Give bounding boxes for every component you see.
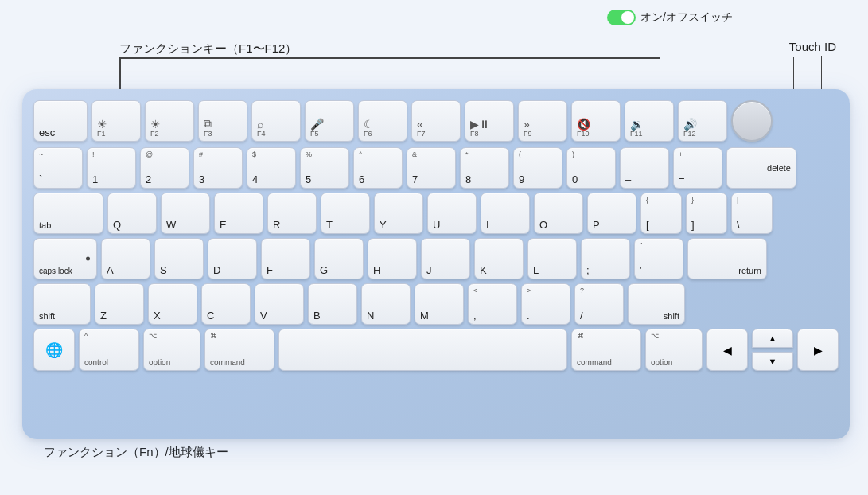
key-arrow-up[interactable]: ▲ <box>752 329 793 348</box>
key-5[interactable]: % 5 <box>300 147 349 189</box>
key-m[interactable]: M <box>415 283 464 325</box>
key-p[interactable]: P <box>587 193 636 234</box>
key-period[interactable]: > . <box>521 283 570 325</box>
key-2[interactable]: @ 2 <box>140 147 189 189</box>
function-keys-label: ファンクションキー（F1〜F12） <box>119 41 297 57</box>
key-7[interactable]: & 7 <box>407 147 456 189</box>
key-space[interactable] <box>278 329 567 371</box>
key-w[interactable]: W <box>161 193 210 234</box>
key-equals[interactable]: + = <box>673 147 722 189</box>
key-f4[interactable]: ⌕ F4 <box>251 100 301 142</box>
key-f2[interactable]: ☀ F2 <box>145 100 194 142</box>
key-n[interactable]: N <box>361 283 411 325</box>
key-j[interactable]: J <box>421 238 470 279</box>
key-comma[interactable]: < , <box>468 283 517 325</box>
key-touchid[interactable] <box>731 100 773 142</box>
power-toggle[interactable] <box>607 10 636 25</box>
key-b[interactable]: B <box>308 283 357 325</box>
key-8[interactable]: * 8 <box>460 147 509 189</box>
key-f12[interactable]: 🔊 F12 <box>678 100 727 142</box>
key-s[interactable]: S <box>154 238 204 279</box>
key-q[interactable]: Q <box>107 193 157 234</box>
touchid-label: Touch ID <box>789 40 836 53</box>
key-return[interactable]: return <box>687 238 767 279</box>
key-g[interactable]: G <box>314 238 364 279</box>
key-x[interactable]: X <box>148 283 197 325</box>
key-v[interactable]: V <box>255 283 304 325</box>
key-h[interactable]: H <box>368 238 417 279</box>
key-option-right[interactable]: ⌥ option <box>645 329 703 371</box>
key-a[interactable]: A <box>101 238 150 279</box>
space-row: 🌐 ^ control ⌥ option ⌘ command ⌘ command… <box>33 329 839 371</box>
toggle-switch-container: オン/オフスイッチ <box>607 10 733 25</box>
key-l[interactable]: L <box>527 238 577 279</box>
key-shift-left[interactable]: shift <box>33 283 91 325</box>
globe-key-label: ファンクション（Fn）/地球儀キー <box>44 445 228 460</box>
key-command-right[interactable]: ⌘ command <box>571 329 641 371</box>
top-alpha-row: tab Q W E R T Y U I O P { [ } ] | \ <box>33 193 839 234</box>
toggle-label: オン/オフスイッチ <box>640 10 733 25</box>
key-f1[interactable]: ☀ F1 <box>91 100 141 142</box>
key-esc[interactable]: esc <box>33 100 88 142</box>
key-arrow-left[interactable]: ◀ <box>706 329 748 371</box>
key-i[interactable]: I <box>481 193 530 234</box>
key-quote[interactable]: " ' <box>634 238 683 279</box>
key-arrow-down[interactable]: ▼ <box>752 352 793 371</box>
key-backtick[interactable]: ~ ` <box>33 147 83 189</box>
key-u[interactable]: U <box>427 193 477 234</box>
key-delete[interactable]: delete <box>726 147 796 189</box>
key-f7[interactable]: « F7 <box>411 100 461 142</box>
key-command-left[interactable]: ⌘ command <box>204 329 274 371</box>
key-6[interactable]: ^ 6 <box>353 147 403 189</box>
key-d[interactable]: D <box>208 238 257 279</box>
fn-callout-line-r <box>793 57 795 91</box>
key-f8[interactable]: ▶⏸ F8 <box>465 100 514 142</box>
fn-callout-line-h <box>119 57 660 59</box>
key-4[interactable]: $ 4 <box>247 147 296 189</box>
key-tab[interactable]: tab <box>33 193 103 234</box>
key-backslash[interactable]: | \ <box>731 193 773 234</box>
function-row: esc ☀ F1 ☀ F2 ⧉ F3 ⌕ F4 🎤 F5 ☾ F6 « F7 <box>33 100 839 142</box>
key-y[interactable]: Y <box>374 193 423 234</box>
bottom-alpha-row: shift Z X C V B N M < , > . ? / shift <box>33 283 839 325</box>
key-control[interactable]: ^ control <box>79 329 139 371</box>
key-f11[interactable]: 🔉 F11 <box>625 100 674 142</box>
key-k[interactable]: K <box>474 238 524 279</box>
key-0[interactable]: ) 0 <box>566 147 616 189</box>
fn-callout-line-l <box>119 57 121 91</box>
key-f10[interactable]: 🔇 F10 <box>571 100 621 142</box>
middle-alpha-row: caps lock A S D F G H J K L : ; " ' retu… <box>33 238 839 279</box>
key-f9[interactable]: » F9 <box>518 100 567 142</box>
key-o[interactable]: O <box>534 193 583 234</box>
key-r[interactable]: R <box>267 193 317 234</box>
key-semicolon[interactable]: : ; <box>581 238 630 279</box>
key-f5[interactable]: 🎤 F5 <box>305 100 354 142</box>
arrow-up-down-container: ▲ ▼ <box>752 329 793 371</box>
key-arrow-right[interactable]: ▶ <box>797 329 839 371</box>
key-option-left[interactable]: ⌥ option <box>143 329 200 371</box>
key-9[interactable]: ( 9 <box>513 147 562 189</box>
key-left-bracket[interactable]: { [ <box>640 193 682 234</box>
key-shift-right[interactable]: shift <box>628 283 685 325</box>
key-t[interactable]: T <box>321 193 370 234</box>
key-f[interactable]: F <box>261 238 310 279</box>
key-z[interactable]: Z <box>95 283 144 325</box>
keyboard-body: esc ☀ F1 ☀ F2 ⧉ F3 ⌕ F4 🎤 F5 ☾ F6 « F7 <box>22 89 850 439</box>
key-minus[interactable]: _ – <box>620 147 669 189</box>
key-capslock[interactable]: caps lock <box>33 238 97 279</box>
key-globe[interactable]: 🌐 <box>33 329 75 371</box>
key-3[interactable]: # 3 <box>193 147 243 189</box>
key-slash[interactable]: ? / <box>574 283 624 325</box>
key-f6[interactable]: ☾ F6 <box>358 100 407 142</box>
number-row: ~ ` ! 1 @ 2 # 3 $ 4 % 5 ^ 6 & 7 <box>33 147 839 189</box>
key-f3[interactable]: ⧉ F3 <box>198 100 247 142</box>
key-right-bracket[interactable]: } ] <box>686 193 727 234</box>
key-c[interactable]: C <box>201 283 251 325</box>
key-1[interactable]: ! 1 <box>87 147 136 189</box>
key-e[interactable]: E <box>214 193 263 234</box>
